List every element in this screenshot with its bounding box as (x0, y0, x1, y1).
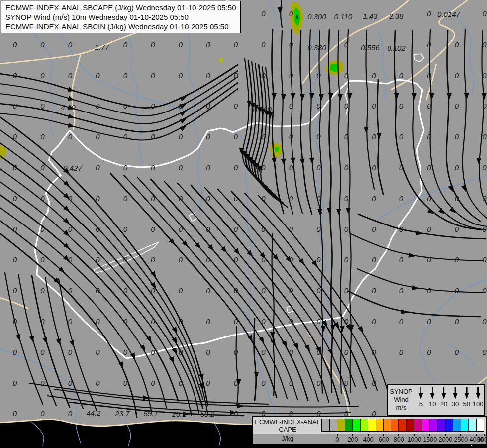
flow-arrowhead (330, 325, 335, 331)
hungary-border (35, 80, 424, 358)
flow-arrowhead (305, 344, 310, 351)
colorbar-swatch (453, 419, 461, 432)
colorbar-swatch (476, 419, 485, 432)
zero-label: 0 (206, 225, 210, 233)
wind-speed-value: 20 (440, 400, 447, 408)
flow-arrowhead (309, 93, 314, 100)
zero-label: 0 (316, 255, 321, 264)
zero-label: 0 (372, 286, 376, 295)
river (448, 343, 475, 366)
zero-label: 0 (206, 348, 210, 356)
flow-arrowhead (412, 93, 417, 100)
zero-label: 0 (372, 102, 376, 110)
flow-arrowhead (338, 94, 343, 101)
zero-label: 0 (372, 348, 376, 356)
colorbar-tick-label: 1000 (407, 436, 421, 443)
zero-label: 0 (96, 163, 100, 172)
zero-label: 0 (482, 102, 487, 110)
zero-label: 0 (427, 71, 431, 80)
zero-label: 0 (399, 348, 404, 356)
colorbar-swatch (437, 419, 446, 432)
zero-label: 0 (40, 225, 45, 233)
zero-label: 0 (344, 286, 349, 295)
zero-label: 0 (234, 379, 238, 387)
zero-label: 0 (40, 286, 45, 295)
down-arrow-icon (416, 386, 425, 400)
zero-label: 0 (372, 163, 376, 172)
zero-label: 0 (372, 194, 376, 203)
zero-label: 0 (316, 286, 321, 295)
flow-arrowhead (464, 93, 469, 100)
river (377, 30, 387, 99)
streamline (151, 179, 308, 400)
flow-arrowhead (461, 185, 466, 192)
zero-label: 0 (455, 102, 459, 110)
zero-label: 0 (151, 255, 155, 264)
zero-label: 0 (40, 409, 45, 418)
zero-label: 0 (13, 409, 17, 418)
zero-label: 0 (96, 71, 100, 80)
zero-label: 0 (399, 71, 404, 80)
colorbar-swatch (345, 419, 353, 432)
zero-label: 0 (372, 225, 376, 233)
flow-arrowhead (336, 209, 341, 215)
zero-label: 0 (289, 225, 293, 233)
zero-label: 0 (344, 71, 349, 80)
streamline (0, 83, 238, 132)
colorbar-tick-label: 800 (394, 436, 404, 443)
zero-label: 0 (13, 102, 17, 110)
wind-speed-item: 5 (415, 386, 427, 415)
zero-label: 0 (455, 348, 459, 356)
cape-patch (296, 15, 298, 19)
streamline (446, 31, 481, 222)
zero-label: 0 (261, 255, 266, 264)
colorbar-swatch (461, 419, 469, 432)
value-label: 0.300 (307, 12, 326, 21)
zero-label: 0 (399, 102, 404, 110)
zero-label: 0 (123, 379, 128, 387)
flow-arrowhead (346, 208, 351, 214)
streamline (395, 31, 482, 230)
zero-label: 0 (399, 132, 404, 141)
colorbar-swatch (422, 419, 430, 432)
zero-label: 0 (68, 255, 73, 264)
down-arrow-icon (451, 386, 460, 400)
zero-label: 0 (179, 132, 183, 141)
colorbar-swatch (337, 419, 345, 432)
zero-label: 0 (234, 194, 238, 203)
title-box: ECMWF-INDEX-ANAL SBCAPE (J/kg) Wednesday… (1, 1, 241, 33)
streamline (272, 234, 275, 396)
zero-label: 0 (68, 132, 73, 141)
zero-label: 0 (206, 132, 210, 141)
flow-arrowhead (278, 7, 283, 14)
zero-label: 0 (96, 102, 100, 110)
zero-label: 0 (399, 163, 404, 172)
zero-label: 0 (455, 194, 459, 203)
flow-arrowhead (180, 126, 187, 131)
zero-label: 0 (40, 255, 45, 264)
zero-label: 0 (261, 348, 266, 356)
streamline (348, 291, 480, 317)
zero-label: 0 (482, 225, 487, 233)
zero-label: 0 (151, 317, 155, 326)
outer-borders-layer (0, 0, 487, 446)
colorbar-swatch (321, 419, 330, 432)
zero-label: 0 (289, 132, 293, 141)
zero-label: 0 (289, 348, 293, 356)
flow-arrowhead (180, 96, 187, 101)
wind-speed-legend: SYNOP Wind m/s 5 10 20 30 50 100 (387, 384, 485, 416)
zero-label: 0 (399, 317, 404, 326)
zero-label: 0 (40, 194, 45, 203)
streamline (0, 130, 208, 415)
value-label: 0.427 (63, 164, 82, 172)
flow-arrowhead (447, 93, 452, 100)
zero-label: 0 (234, 317, 238, 326)
zero-label: 0 (206, 40, 210, 49)
zero-label: 0 (68, 409, 73, 418)
zero-label: 0 (179, 379, 183, 387)
cape-unit-label: J/kg (253, 435, 322, 442)
flow-arrowhead (180, 118, 187, 124)
zero-label: 0 (96, 286, 100, 295)
zero-label: 0 (96, 317, 100, 326)
zero-label: 0 (289, 317, 293, 326)
